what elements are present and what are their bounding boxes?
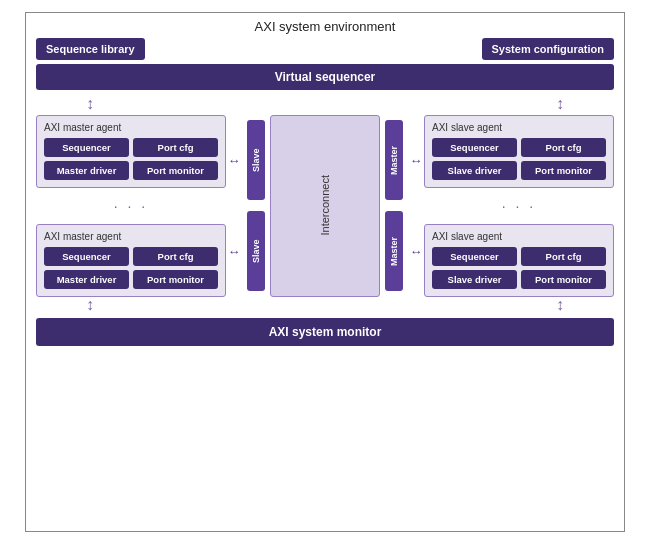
master-bar-col: Master Master bbox=[380, 115, 408, 297]
left-arrow-2: ↔ bbox=[226, 244, 242, 259]
left-agent-1: AXI master agent Sequencer Port cfg Mast… bbox=[36, 115, 226, 188]
right-agent-2: AXI slave agent Sequencer Port cfg Slave… bbox=[424, 224, 614, 297]
right-agent-1-title: AXI slave agent bbox=[432, 122, 606, 133]
right-a2-sequencer: Sequencer bbox=[432, 247, 517, 266]
right-a2-portmonitor: Port monitor bbox=[521, 270, 606, 289]
left-a1-sequencer: Sequencer bbox=[44, 138, 129, 157]
left-agent-2-grid: Sequencer Port cfg Master driver Port mo… bbox=[44, 247, 218, 289]
master-bar-2: Master bbox=[385, 211, 403, 291]
right-a1-portmonitor: Port monitor bbox=[521, 161, 606, 180]
bottom-arrow-left: ↕ bbox=[86, 297, 94, 313]
master-bar-1: Master bbox=[385, 120, 403, 200]
left-a2-portcfg: Port cfg bbox=[133, 247, 218, 266]
right-a1-slavedriver: Slave driver bbox=[432, 161, 517, 180]
right-a1-portcfg: Port cfg bbox=[521, 138, 606, 157]
left-dots: · · · bbox=[36, 198, 226, 214]
virtual-sequencer-box: Virtual sequencer bbox=[36, 64, 614, 90]
right-dots: · · · bbox=[424, 198, 614, 214]
right-a2-portcfg: Port cfg bbox=[521, 247, 606, 266]
diagram-title: AXI system environment bbox=[26, 13, 624, 38]
bottom-row: AXI system monitor bbox=[36, 318, 614, 346]
bottom-arrows: ↕ ↕ bbox=[26, 297, 624, 313]
right-a1-sequencer: Sequencer bbox=[432, 138, 517, 157]
slave-bar-1: Slave bbox=[247, 120, 265, 200]
left-agent-2: AXI master agent Sequencer Port cfg Mast… bbox=[36, 224, 226, 297]
left-a1-portcfg: Port cfg bbox=[133, 138, 218, 157]
right-arrow-col: ↔ ↔ bbox=[408, 115, 424, 297]
vs-arrow-right: ↕ bbox=[556, 96, 564, 112]
slave-bar-2: Slave bbox=[247, 211, 265, 291]
left-a2-sequencer: Sequencer bbox=[44, 247, 129, 266]
main-content: AXI master agent Sequencer Port cfg Mast… bbox=[26, 115, 624, 297]
right-agent-1-grid: Sequencer Port cfg Slave driver Port mon… bbox=[432, 138, 606, 180]
diagram-container: AXI system environment Sequence library … bbox=[25, 12, 625, 532]
left-agent-1-grid: Sequencer Port cfg Master driver Port mo… bbox=[44, 138, 218, 180]
right-agent-1: AXI slave agent Sequencer Port cfg Slave… bbox=[424, 115, 614, 188]
left-a2-portmonitor: Port monitor bbox=[133, 270, 218, 289]
axi-system-monitor-box: AXI system monitor bbox=[36, 318, 614, 346]
left-arrow-1: ↔ bbox=[226, 153, 242, 168]
right-arrow-1: ↔ bbox=[408, 153, 424, 168]
left-a2-masterdriver: Master driver bbox=[44, 270, 129, 289]
sequence-library-box: Sequence library bbox=[36, 38, 145, 60]
interconnect-box: Interconnect bbox=[270, 115, 380, 297]
right-agents-col: AXI slave agent Sequencer Port cfg Slave… bbox=[424, 115, 614, 297]
slave-bar-col: Slave Slave bbox=[242, 115, 270, 297]
right-a2-slavedriver: Slave driver bbox=[432, 270, 517, 289]
virtual-sequencer-row: Virtual sequencer bbox=[36, 64, 614, 90]
top-row: Sequence library System configuration bbox=[26, 38, 624, 60]
left-agents-col: AXI master agent Sequencer Port cfg Mast… bbox=[36, 115, 226, 297]
right-arrow-2: ↔ bbox=[408, 244, 424, 259]
right-agent-2-grid: Sequencer Port cfg Slave driver Port mon… bbox=[432, 247, 606, 289]
left-arrow-col: ↔ ↔ bbox=[226, 115, 242, 297]
bottom-arrow-right: ↕ bbox=[556, 297, 564, 313]
left-agent-1-title: AXI master agent bbox=[44, 122, 218, 133]
left-a1-portmonitor: Port monitor bbox=[133, 161, 218, 180]
right-agent-2-title: AXI slave agent bbox=[432, 231, 606, 242]
left-agent-2-title: AXI master agent bbox=[44, 231, 218, 242]
system-configuration-box: System configuration bbox=[482, 38, 614, 60]
vs-arrow-left: ↕ bbox=[86, 96, 94, 112]
left-a1-masterdriver: Master driver bbox=[44, 161, 129, 180]
vs-arrows: ↕ ↕ bbox=[26, 96, 624, 112]
interconnect-label: Interconnect bbox=[319, 175, 331, 236]
